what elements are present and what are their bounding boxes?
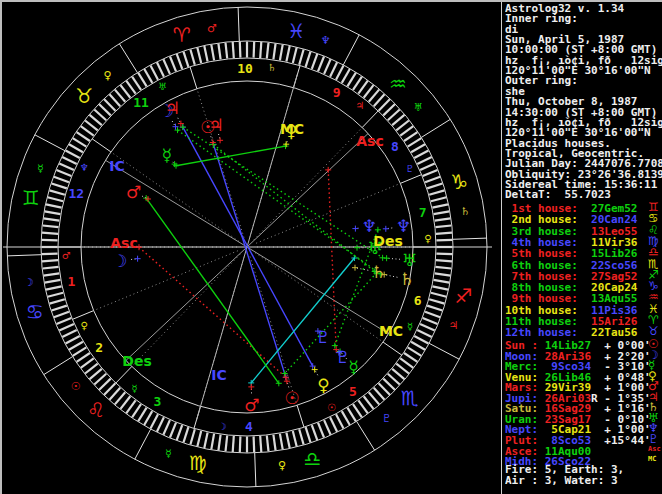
astrolog32-window: { "palette": { "red":"#ee2020","green":"… — [0, 0, 662, 494]
window-border — [0, 0, 662, 494]
